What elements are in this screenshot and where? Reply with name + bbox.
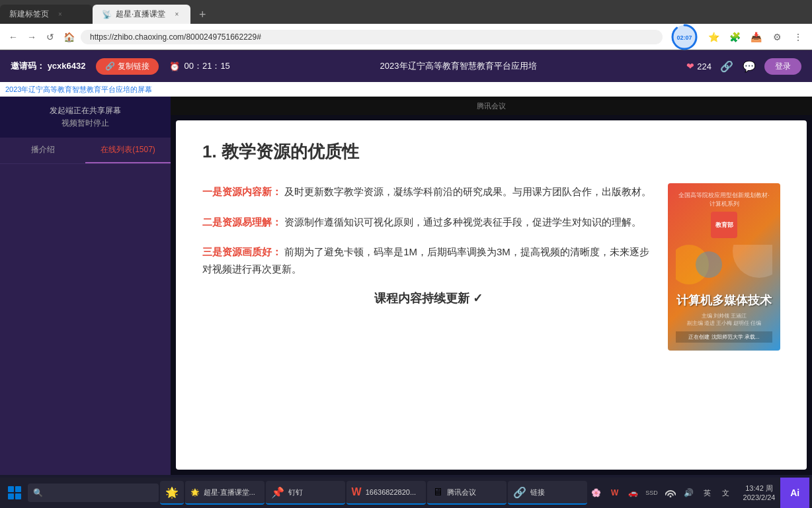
- tray-icon-sakura[interactable]: 🌸: [589, 485, 604, 501]
- clock-time: 13:42 周: [745, 484, 773, 493]
- heart-section[interactable]: ❤ 224: [686, 61, 711, 71]
- tab-close-new[interactable]: ×: [56, 10, 65, 19]
- timer-text: 02:07: [676, 34, 692, 41]
- search-icon: 🔍: [33, 488, 43, 497]
- tab-add-button[interactable]: +: [193, 5, 212, 24]
- link-icon: 🔗: [513, 486, 526, 499]
- book-cover: 全国高等院校应用型创新规划教材·计算机系列 教育部 计算机多媒体技术 主编 刘帅…: [668, 183, 780, 351]
- chaoxing-label: 超星·直播课堂...: [204, 487, 255, 497]
- refresh-icon[interactable]: ↺: [44, 30, 57, 44]
- ai-label: Ai: [790, 487, 799, 498]
- sidebar: 发起端正在共享屏幕 视频暂时停止 播介绍 在线列表(1507): [0, 97, 171, 475]
- book-publisher: 正在创建 沈阳师范大学 承载...: [676, 331, 772, 343]
- extension-icon[interactable]: 🧩: [727, 30, 742, 44]
- heart-count: 224: [697, 62, 711, 71]
- point1-text: 及时更新数字教学资源，凝练学科前沿的研究成果。与用课方团队合作，出版教材。: [284, 186, 651, 197]
- deco3: [696, 251, 722, 278]
- address-input[interactable]: [81, 30, 663, 44]
- live-topbar: 邀请码： ycxk6432 🔗 复制链接 ⏰ 00：21：15 2023年辽宁高…: [0, 50, 812, 82]
- slide-title: 1. 教学资源的优质性: [202, 140, 780, 163]
- wps-icon: W: [352, 486, 362, 498]
- copy-link-button[interactable]: 🔗 复制链接: [96, 58, 159, 75]
- tray-icon-ssd[interactable]: SSD: [644, 485, 660, 501]
- tab-intro[interactable]: 播介绍: [0, 138, 85, 163]
- menu-icon[interactable]: ⋮: [791, 30, 805, 44]
- taskbar: 🔍 🌟 🌟 超星·直播课堂... 📌 钉钉 W 16636822820... 🖥…: [0, 478, 812, 508]
- tray-icons: 🌸 W 🚗 SSD 🔊 英 文: [589, 485, 734, 501]
- notification-bar: 2023年辽宁高等教育智慧教育平台应培的屏幕: [0, 82, 812, 97]
- point2-highlight: 二是资源易理解：: [202, 216, 282, 228]
- slide-container: 1. 教学资源的优质性 一是资源内容新： 及时更新数字教学资源，凝练学科前沿的研…: [176, 120, 807, 470]
- taskbar-item-chaoxing[interactable]: 🌟: [160, 481, 184, 505]
- slide-point-1: 一是资源内容新： 及时更新数字教学资源，凝练学科前沿的研究成果。与用课方团队合作…: [202, 183, 655, 200]
- tray-icon-lang2[interactable]: 文: [718, 485, 734, 501]
- point2-text: 资源制作遵循知识可视化原则，通过多种视觉表征手段，促进学生对知识的理解。: [284, 216, 641, 228]
- point3-highlight: 三是资源画质好：: [202, 246, 282, 257]
- back-icon[interactable]: ←: [7, 30, 20, 44]
- slide-point-2: 二是资源易理解： 资源制作遵循知识可视化原则，通过多种视觉表征手段，促进学生对知…: [202, 214, 655, 231]
- taskbar-chaoxing-icon: 🌟: [165, 486, 179, 499]
- sidebar-content: [0, 164, 171, 475]
- tab-new-label: 新建标签页: [9, 9, 49, 20]
- timer-clock-icon: ⏰: [169, 62, 180, 71]
- taskbar-item-link[interactable]: 🔗 链接: [508, 481, 587, 505]
- tray-icon-volume[interactable]: 🔊: [681, 485, 697, 501]
- taskbar-item-wps[interactable]: W 16636822820...: [346, 481, 426, 505]
- invite-label: 邀请码：: [11, 61, 45, 71]
- windows-icon: [8, 486, 21, 499]
- star-icon[interactable]: ⭐: [706, 30, 721, 44]
- book-title: 计算机多媒体技术: [676, 292, 772, 308]
- book-logo: 教育部: [711, 212, 737, 238]
- point1-highlight: 一是资源内容新：: [202, 186, 282, 197]
- taskbar-item-tencent[interactable]: 🖥 腾讯会议: [427, 481, 507, 505]
- taskbar-item-chaoxing-label[interactable]: 🌟 超星·直播课堂...: [185, 481, 264, 505]
- chat-icon[interactable]: 💬: [742, 59, 756, 73]
- tab-close-live[interactable]: ×: [172, 10, 181, 19]
- tab-online-label: 在线列表(1507): [101, 145, 155, 154]
- tab-live-favicon: 📡: [102, 10, 112, 19]
- ai-button[interactable]: Ai: [780, 478, 809, 508]
- clock-date: 2023/2/24: [743, 493, 776, 502]
- copy-link-label: 复制链接: [118, 61, 149, 72]
- topbar-right: ❤ 224 🔗 💬 登录: [686, 58, 801, 75]
- slide-text: 一是资源内容新： 及时更新数字教学资源，凝练学科前沿的研究成果。与用课方团队合作…: [202, 183, 655, 351]
- book-authors: 主编 刘帅领 王涵江副主编 道进 王小梅 赵明任 任编: [687, 312, 762, 327]
- tencent-label: 腾讯会议: [447, 487, 476, 497]
- tray-icon-lang[interactable]: 英: [700, 485, 715, 501]
- taskbar-item-dingding[interactable]: 📌 钉钉: [266, 481, 345, 505]
- home-icon[interactable]: 🏠: [62, 30, 75, 44]
- timer-value: 00：21：15: [184, 60, 229, 72]
- download-icon[interactable]: 📥: [749, 30, 763, 44]
- login-button[interactable]: 登录: [764, 58, 801, 75]
- notif-link[interactable]: 2023年辽宁高等教育智慧教育平台应培的屏幕: [5, 85, 152, 95]
- dingding-label: 钉钉: [288, 487, 303, 497]
- tray-icon-wifi[interactable]: [663, 485, 678, 501]
- tencent-header: 腾讯会议: [171, 97, 812, 115]
- book-subtitle: 全国高等院校应用型创新规划教材·计算机系列: [676, 191, 772, 208]
- share-icon[interactable]: 🔗: [719, 59, 734, 73]
- settings-icon[interactable]: ⚙: [770, 30, 784, 44]
- tab-live[interactable]: 📡 超星·直播课堂 ×: [93, 5, 190, 24]
- taskbar-search[interactable]: 🔍: [28, 484, 159, 502]
- nav-icons: ← → ↺ 🏠: [7, 30, 75, 44]
- tray-icon-car[interactable]: 🚗: [626, 485, 641, 501]
- sidebar-tabs: 播介绍 在线列表(1507): [0, 138, 171, 164]
- tab-intro-label: 播介绍: [31, 145, 55, 154]
- tab-online[interactable]: 在线列表(1507): [85, 138, 171, 163]
- wps-label: 16636822820...: [366, 488, 416, 496]
- slide-content: 一是资源内容新： 及时更新数字教学资源，凝练学科前沿的研究成果。与用课方团队合作…: [202, 183, 780, 351]
- tab-new[interactable]: 新建标签页 ×: [0, 5, 93, 24]
- invite-code-value: ycxk6432: [48, 61, 86, 71]
- tab-bar: 新建标签页 × 📡 超星·直播课堂 × +: [0, 0, 812, 24]
- forward-icon[interactable]: →: [25, 30, 38, 44]
- start-button[interactable]: [3, 481, 26, 505]
- tray-icon-w[interactable]: W: [607, 485, 623, 501]
- main-content: 发起端正在共享屏幕 视频暂时停止 播介绍 在线列表(1507) 腾讯会议 1. …: [0, 97, 812, 475]
- screen-share-notice: 发起端正在共享屏幕 视频暂时停止: [0, 97, 171, 138]
- tencent-icon: 🖥: [432, 486, 443, 498]
- screen-share-line2: 视频暂时停止: [11, 117, 160, 130]
- invite-code-section: 邀请码： ycxk6432: [11, 60, 85, 72]
- clock-section[interactable]: 13:42 周 2023/2/24: [739, 484, 780, 503]
- video-area: 腾讯会议 1. 教学资源的优质性 一是资源内容新： 及时更新数字教学资源，凝练学…: [171, 97, 812, 475]
- circular-timer-container: 02:07: [668, 25, 701, 49]
